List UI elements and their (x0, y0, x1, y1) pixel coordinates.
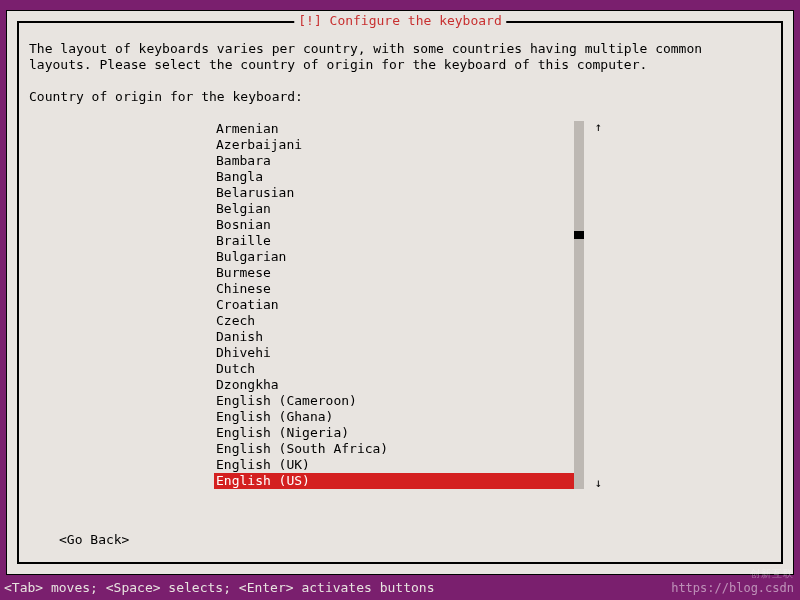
list-item[interactable]: Belarusian (214, 185, 584, 201)
scroll-down-arrow-icon[interactable]: ↓ (595, 475, 602, 491)
help-bar: <Tab> moves; <Space> selects; <Enter> ac… (4, 580, 434, 596)
keyboard-layout-list[interactable]: ↑ ↓ ArmenianAzerbaijaniBambaraBanglaBela… (214, 121, 584, 489)
scrollbar[interactable] (574, 121, 584, 489)
list-item[interactable]: Dutch (214, 361, 584, 377)
list-item[interactable]: Bosnian (214, 217, 584, 233)
dialog-instructions: The layout of keyboards varies per count… (29, 41, 771, 73)
list-item[interactable]: Dhivehi (214, 345, 584, 361)
dialog-title: [!] Configure the keyboard (294, 13, 506, 29)
list-item[interactable]: Danish (214, 329, 584, 345)
list-item[interactable]: Bangla (214, 169, 584, 185)
list-item[interactable]: Dzongkha (214, 377, 584, 393)
list-item[interactable]: Belgian (214, 201, 584, 217)
list-item[interactable]: English (UK) (214, 457, 584, 473)
scroll-up-arrow-icon[interactable]: ↑ (595, 119, 602, 135)
list-item[interactable]: English (Nigeria) (214, 425, 584, 441)
list-item[interactable]: English (US) (214, 473, 584, 489)
list-item[interactable]: Azerbaijani (214, 137, 584, 153)
scrollbar-thumb[interactable] (574, 231, 584, 239)
list-item[interactable]: Armenian (214, 121, 584, 137)
installer-background: [!] Configure the keyboard The layout of… (6, 10, 794, 575)
list-item[interactable]: Burmese (214, 265, 584, 281)
list-item[interactable]: Chinese (214, 281, 584, 297)
list-item[interactable]: Croatian (214, 297, 584, 313)
list-item[interactable]: English (Cameroon) (214, 393, 584, 409)
go-back-button[interactable]: <Go Back> (59, 532, 129, 548)
list-item[interactable]: Bulgarian (214, 249, 584, 265)
dialog-prompt: Country of origin for the keyboard: (29, 89, 771, 105)
watermark-url: https://blog.csdn (671, 580, 794, 596)
list-item[interactable]: English (Ghana) (214, 409, 584, 425)
list-item[interactable]: Bambara (214, 153, 584, 169)
keyboard-config-dialog: [!] Configure the keyboard The layout of… (17, 21, 783, 564)
list-item[interactable]: Braille (214, 233, 584, 249)
list-item[interactable]: Czech (214, 313, 584, 329)
list-item[interactable]: English (South Africa) (214, 441, 584, 457)
